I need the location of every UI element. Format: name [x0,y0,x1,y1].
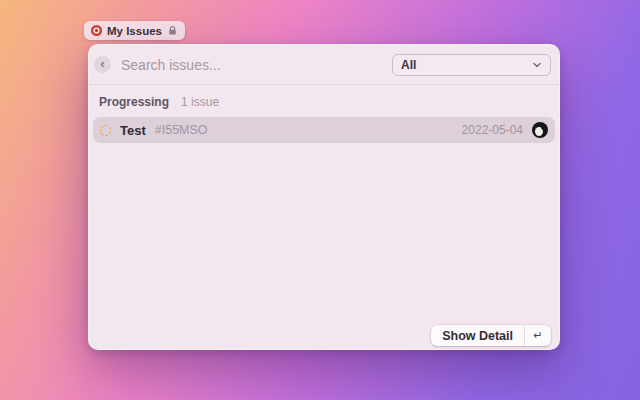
search-bar: ‹ All [89,45,559,85]
section-count: 1 issue [181,95,219,109]
issues-window: ‹ All Progressing 1 issue Test #I55MSO 2… [88,44,560,350]
my-issues-tab[interactable]: My Issues [84,21,185,40]
show-detail-label: Show Detail [431,329,524,343]
filter-dropdown[interactable]: All [392,54,551,76]
tab-label: My Issues [107,25,162,37]
app-icon [91,25,102,36]
enter-key-icon: ↵ [525,329,551,342]
section-header: Progressing 1 issue [89,85,559,115]
in-progress-status-icon [100,125,111,136]
show-detail-button[interactable]: Show Detail ↵ [431,325,551,346]
desktop-background: My Issues ‹ All Progress [0,0,640,400]
chevron-left-icon: ‹ [101,57,105,72]
search-input[interactable] [121,57,382,73]
issue-date: 2022-05-04 [462,123,523,137]
lock-icon [167,25,178,36]
chevron-down-icon [532,60,542,70]
filter-value: All [401,58,526,72]
issue-title: Test [120,123,146,138]
issue-id: #I55MSO [155,123,208,137]
assignee-avatar [532,122,548,138]
back-button[interactable]: ‹ [94,56,111,73]
issue-row[interactable]: Test #I55MSO 2022-05-04 [93,117,555,143]
section-title: Progressing [99,95,169,109]
